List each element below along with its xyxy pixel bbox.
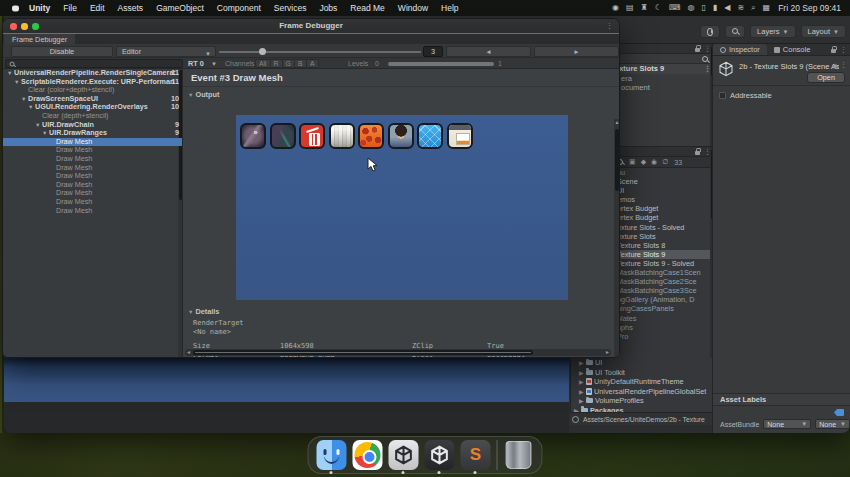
foldout-triangle-icon[interactable]: ▼ — [7, 69, 14, 78]
boy-character-texture[interactable] — [388, 123, 414, 149]
previous-event-button[interactable]: ◄ — [446, 46, 531, 57]
tree-item-clear-depth-stencil[interactable]: Clear (depth+stencil) — [3, 112, 182, 121]
hierarchy-item[interactable]: era — [613, 74, 714, 83]
tree-item-uir-drawranges[interactable]: ▼UIR.DrawRanges9 — [3, 129, 182, 138]
assetbundle-dropdown[interactable]: None▼ — [763, 419, 811, 429]
project-list-item[interactable]: ogGallery (Animation, D — [613, 295, 714, 304]
project-list-item[interactable]: MaskBatchingCase1Scen — [613, 268, 714, 277]
menubar-clock[interactable]: Fri 20 Sep 09:41 — [778, 3, 841, 13]
search-button[interactable] — [725, 25, 745, 38]
bird-character-texture[interactable] — [270, 123, 296, 149]
kebab-menu-icon[interactable]: ⋮ — [840, 61, 847, 69]
dock-unity-hub[interactable] — [389, 440, 419, 470]
scroll-right-icon[interactable]: ► — [605, 349, 610, 356]
foldout-triangle-icon[interactable]: ▶ — [579, 397, 584, 404]
project-list-item[interactable]: aphs — [613, 323, 714, 332]
details-section-header[interactable]: ▼Details — [188, 307, 219, 316]
foldout-triangle-icon[interactable]: ▼ — [35, 121, 42, 130]
label-tag-icon[interactable] — [834, 409, 844, 416]
output-section-header[interactable]: ▼Output — [188, 90, 219, 99]
tree-item-scriptablerenderer-execute-urp-performan[interactable]: ▼ScriptableRenderer.Execute: URP-Perform… — [3, 78, 182, 87]
project-list-item[interactable]: Pro — [613, 332, 714, 341]
scroll-up-icon[interactable]: ▲ — [614, 119, 620, 125]
channel-button-b[interactable]: B — [295, 59, 307, 68]
dock-chrome[interactable] — [353, 440, 383, 470]
kebab-menu-icon[interactable]: ⋮ — [606, 22, 613, 30]
hierarchy-item[interactable]: ocument — [613, 83, 714, 92]
menu-gameobject[interactable]: GameObject — [156, 3, 204, 13]
minimize-window-button[interactable] — [21, 23, 28, 30]
label-filter-icon[interactable]: ◆ — [641, 158, 646, 166]
folder-item-universalrenderpipelineglobalset[interactable]: ▶UniversalRenderPipelineGlobalSet — [571, 387, 714, 397]
tree-item-draw-mesh[interactable]: Draw Mesh — [3, 164, 182, 173]
project-list-item[interactable]: Texture Slots 9 — [613, 250, 714, 259]
project-list-item[interactable]: Texture Slots 9 - Solved — [613, 259, 714, 268]
blue-diamond-texture[interactable] — [417, 123, 443, 149]
menu-services[interactable]: Services — [274, 3, 307, 13]
channel-button-a[interactable]: A — [307, 59, 319, 68]
zoom-window-button[interactable] — [32, 23, 39, 30]
foldout-triangle-icon[interactable]: ▶ — [579, 388, 584, 395]
dock-unity-editor[interactable] — [425, 440, 455, 470]
foldout-triangle-icon[interactable]: ▼ — [21, 95, 28, 104]
output-preview-canvas[interactable] — [236, 115, 568, 300]
tree-item-draw-mesh[interactable]: Draw Mesh — [3, 172, 182, 181]
addressable-checkbox[interactable] — [719, 92, 726, 99]
menu-read-me[interactable]: Read Me — [350, 3, 385, 13]
channel-button-all[interactable]: All — [255, 59, 271, 68]
tree-item-draw-mesh[interactable]: Draw Mesh — [3, 189, 182, 198]
folder-item-ui-toolkit[interactable]: ▶UI Toolkit — [571, 368, 714, 378]
status-wifi-icon[interactable]: ≋ — [737, 0, 744, 16]
project-list-item[interactable]: ertex Budget — [613, 204, 714, 213]
sample-card-texture[interactable] — [447, 123, 473, 149]
disable-button[interactable]: Disable — [11, 46, 113, 57]
render-target-dropdown[interactable]: RT 0 — [188, 59, 204, 68]
project-list-item[interactable]: emos — [613, 195, 714, 204]
channel-button-g[interactable]: G — [283, 59, 295, 68]
menu-window[interactable]: Window — [398, 3, 428, 13]
dock-sublime-text[interactable]: S — [461, 440, 491, 470]
apple-menu-icon[interactable] — [12, 5, 19, 12]
search-input[interactable] — [5, 59, 183, 68]
hierarchy-search[interactable] — [613, 54, 714, 64]
project-list-item[interactable]: hingCasesPanels — [613, 304, 714, 313]
hierarchy-scene-row[interactable]: exture Slots 9 ⋮ — [613, 64, 714, 74]
slider-knob[interactable] — [259, 48, 266, 55]
frame-number-field[interactable]: 3 — [423, 46, 443, 57]
foldout-triangle-icon[interactable]: ▼ — [42, 129, 49, 138]
open-button[interactable]: Open — [807, 72, 845, 83]
foldout-triangle-icon[interactable]: ▶ — [579, 378, 584, 385]
status-globe-icon[interactable]: ◍ — [687, 0, 694, 16]
tree-item-uir-drawchain[interactable]: ▼UIR.DrawChain9 — [3, 121, 182, 130]
status-shortcut-icon[interactable]: ◉ — [612, 0, 619, 16]
menu-component[interactable]: Component — [217, 3, 261, 13]
dock-finder[interactable] — [317, 440, 347, 470]
layout-dropdown[interactable]: Layout▼ — [801, 25, 846, 38]
prefab-filter-icon[interactable]: ▣ — [629, 158, 636, 166]
folder-item-unitydefaultruntimetheme[interactable]: ▶UnityDefaultRuntimeTheme — [571, 377, 714, 387]
project-list-item[interactable]: exture Slots - Solved — [613, 223, 714, 232]
menu-help[interactable]: Help — [441, 3, 458, 13]
frame-debugger-titlebar[interactable]: Frame Debugger ⋮ — [3, 19, 619, 33]
project-list-item[interactable]: plates — [613, 314, 714, 323]
lock-icon[interactable] — [695, 48, 700, 52]
birch-bark-texture[interactable] — [329, 123, 355, 149]
status-battery-app-icon[interactable]: ▯ — [701, 0, 705, 16]
status-display-icon[interactable]: ▤ — [626, 0, 634, 16]
menu-file[interactable]: File — [63, 3, 77, 13]
tree-item-clear-color-depth-stencil[interactable]: Clear (color+depth+stencil) — [3, 86, 182, 95]
layers-dropdown[interactable]: Layers▼ — [750, 25, 795, 38]
channel-button-r[interactable]: R — [271, 59, 283, 68]
close-window-button[interactable] — [10, 23, 17, 30]
menu-unity[interactable]: Unity — [29, 3, 50, 13]
tab-inspector[interactable]: Inspector — [713, 44, 767, 55]
hidden-eye-icon[interactable]: ∅ — [662, 158, 668, 166]
tree-item-draw-mesh[interactable]: Draw Mesh — [3, 198, 182, 207]
folder-item-ui[interactable]: ▶UI — [571, 358, 714, 368]
dock-trash[interactable] — [504, 440, 534, 470]
foldout-triangle-icon[interactable]: ▶ — [579, 359, 584, 366]
tab-console[interactable]: Console — [767, 44, 818, 55]
tree-item-draw-mesh[interactable]: Draw Mesh — [3, 155, 182, 164]
scrollbar-thumb[interactable] — [615, 129, 619, 191]
menu-edit[interactable]: Edit — [90, 3, 105, 13]
